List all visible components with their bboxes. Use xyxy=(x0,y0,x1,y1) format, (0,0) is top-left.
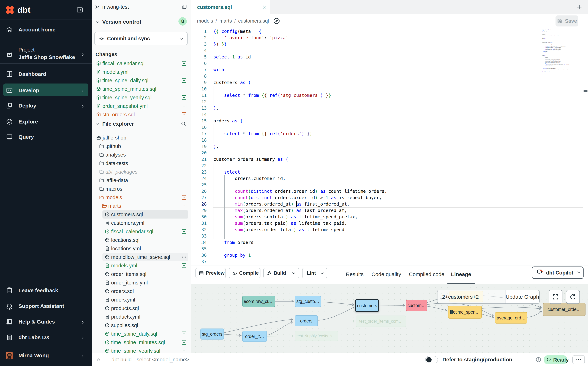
tree-row-products-yml[interactable]: products.yml xyxy=(92,313,191,321)
preview-button[interactable]: Preview xyxy=(195,268,226,278)
lineage-node-average[interactable]: average_ord… xyxy=(495,312,527,324)
lint-button[interactable]: Lint xyxy=(302,268,327,278)
dbt-copilot-button[interactable]: dbt Copilot xyxy=(532,267,584,279)
change-row[interactable]: time_spine_daily.sql xyxy=(92,76,191,85)
change-row[interactable]: models.yml xyxy=(92,68,191,76)
lineage-node-lifetime[interactable]: lifetime_spen… xyxy=(448,305,482,319)
tree-row-time-spine-minutes-sql[interactable]: time_spine_minutes.sql xyxy=(92,338,191,347)
file-explorer-header[interactable]: File explorer xyxy=(92,119,191,129)
copy-branch-button[interactable] xyxy=(181,4,187,10)
defer-help-button[interactable] xyxy=(536,357,542,363)
breadcrumb-item[interactable]: marts xyxy=(219,18,232,24)
new-tab-button[interactable] xyxy=(576,4,582,10)
sidebar-item-project[interactable]: ProjectJaffle Shop Snowflake xyxy=(0,45,92,64)
tab-close-button[interactable] xyxy=(262,4,267,10)
breadcrumb-lineage-button[interactable] xyxy=(273,17,281,25)
lineage-node-custorde[interactable]: customer_orde… xyxy=(543,303,586,316)
tree-row--github[interactable]: .github xyxy=(92,142,191,151)
version-control-header[interactable]: Version control8 xyxy=(92,17,191,27)
tree-row-customers-yml[interactable]: customers.yml xyxy=(92,219,191,227)
collapse-sidebar-button[interactable] xyxy=(76,6,83,14)
tab-code-quality[interactable]: Code quality xyxy=(370,266,402,283)
lineage-canvas[interactable]: ecom.raw_cu…stg_custo…customerscustom…li… xyxy=(191,284,588,353)
breadcrumb-item[interactable]: customers.sql xyxy=(238,18,269,24)
tab-compiled-code[interactable]: Compiled code xyxy=(408,266,445,283)
compile-button[interactable]: Compile xyxy=(229,268,261,278)
tree-row-metricflow-time-spine-sql[interactable]: metricflow_time_spine.sql xyxy=(92,253,191,261)
command-input[interactable]: dbt build --select <model_name> xyxy=(112,357,189,363)
lineage-node-ecom[interactable]: ecom.raw_cu… xyxy=(242,296,275,307)
stage-change-button[interactable] xyxy=(181,61,187,66)
stage-change-button[interactable] xyxy=(181,78,187,83)
lineage-search-input[interactable]: 2+customers+2 xyxy=(438,290,505,304)
defer-toggle[interactable] xyxy=(425,356,438,363)
lint-dropdown-button[interactable] xyxy=(320,271,324,277)
stage-file-button[interactable] xyxy=(181,340,187,345)
sidebar-item-dbt-labs-dx[interactable]: dbt Labs DX xyxy=(0,330,92,344)
tree-row-supplies-sql[interactable]: supplies.sql xyxy=(92,321,191,330)
tree-row-products-sql[interactable]: products.sql xyxy=(92,304,191,313)
sidebar-item-deploy[interactable]: Deploy xyxy=(0,99,92,113)
tree-row-locations-sql[interactable]: locations.sql xyxy=(92,236,191,244)
tree-row-macros[interactable]: macros xyxy=(92,185,191,193)
lineage-node-orderit[interactable]: order_it… xyxy=(242,331,267,342)
save-button[interactable]: Save xyxy=(556,15,578,26)
lineage-node-stgorders[interactable]: stg_orders xyxy=(201,328,224,340)
tree-row-analyses[interactable]: analyses xyxy=(92,151,191,159)
lineage-node-custom[interactable]: custom… xyxy=(406,300,427,311)
sidebar-item-user[interactable]: Mirna Wong xyxy=(0,349,92,362)
change-row[interactable]: stg_orders.sql xyxy=(92,110,191,116)
build-button[interactable]: Build xyxy=(263,268,299,278)
update-graph-button[interactable]: Update Graph xyxy=(505,290,539,304)
row-menu-button[interactable] xyxy=(181,254,187,260)
tree-row-locations-yml[interactable]: locations.yml xyxy=(92,244,191,253)
code-content[interactable]: {{ config(meta = { 'favorite_food': 'piz… xyxy=(213,28,387,265)
lineage-node-orders[interactable]: orders xyxy=(295,315,318,326)
commit-dropdown-button[interactable] xyxy=(179,36,184,42)
tree-row-order-items-sql[interactable]: order_items.sql xyxy=(92,270,191,278)
tab-customers-sql[interactable]: customers.sql xyxy=(191,0,270,14)
stage-file-button[interactable] xyxy=(181,331,187,337)
stage-file-button[interactable] xyxy=(181,263,187,268)
code-editor[interactable]: 1234567891011121314151617181920212223242… xyxy=(191,28,588,265)
sidebar-item-query[interactable]: Query xyxy=(0,130,92,144)
fullscreen-button[interactable] xyxy=(549,290,562,304)
status-menu-button[interactable] xyxy=(572,355,585,364)
stage-change-button[interactable] xyxy=(181,95,187,100)
stage-change-button[interactable] xyxy=(181,69,187,75)
stage-file-button[interactable] xyxy=(181,229,187,234)
change-row[interactable]: order_snapshot.yml xyxy=(92,102,191,110)
tree-row-dbt-packages[interactable]: dbt_packages xyxy=(92,168,191,176)
tree-row-customers-sql[interactable]: customers.sql xyxy=(92,210,191,219)
tab-lineage[interactable]: Lineage xyxy=(450,266,472,283)
tree-row-models[interactable]: models xyxy=(92,193,191,202)
scroll-position-marker[interactable] xyxy=(584,90,588,92)
tree-row-fiscal-calendar-sql[interactable]: fiscal_calendar.sql xyxy=(92,227,191,236)
tree-row-order-items-yml[interactable]: order_items.yml xyxy=(92,278,191,287)
sidebar-item-account-home[interactable]: Account home xyxy=(0,23,92,37)
change-row[interactable]: time_spine_yearly.sql xyxy=(92,93,191,102)
tree-row-orders-sql[interactable]: orders.sql xyxy=(92,287,191,296)
tree-row-jaffle-shop[interactable]: jaffle-shop xyxy=(92,133,191,142)
sidebar-item-help-guides[interactable]: Help & Guides xyxy=(0,315,92,329)
sidebar-item-develop[interactable]: Develop xyxy=(0,84,92,97)
lineage-node-stgcusto[interactable]: stg_custo… xyxy=(295,296,321,307)
change-row[interactable]: fiscal_calendar.sql xyxy=(92,59,191,68)
stage-file-button[interactable] xyxy=(181,348,187,353)
tree-row-jaffle-data[interactable]: jaffle-data xyxy=(92,176,191,185)
minimap[interactable]: {{ config(meta = { 'favorite_food': 'piz… xyxy=(542,29,582,72)
tree-row-time-spine-daily-sql[interactable]: time_spine_daily.sql xyxy=(92,330,191,338)
sidebar-item-dashboard[interactable]: Dashboard xyxy=(0,67,92,81)
tab-results[interactable]: Results xyxy=(344,266,365,283)
stage-change-button[interactable] xyxy=(181,86,187,92)
tree-row-models-yml[interactable]: models.yml xyxy=(92,261,191,270)
refresh-button[interactable] xyxy=(566,290,580,304)
expand-command-bar-button[interactable] xyxy=(96,357,102,363)
sidebar-item-explore[interactable]: Explore xyxy=(0,115,92,129)
tree-row-marts[interactable]: marts xyxy=(92,202,191,210)
change-row[interactable]: time_spine_minutes.sql xyxy=(92,85,191,93)
build-dropdown-button[interactable] xyxy=(291,271,296,277)
sidebar-item-leave-feedback[interactable]: Leave feedback xyxy=(0,283,92,297)
file-search-button[interactable] xyxy=(181,121,186,127)
tree-row-time-spine-yearly-sql[interactable]: time_spine_yearly.sql xyxy=(92,347,191,353)
